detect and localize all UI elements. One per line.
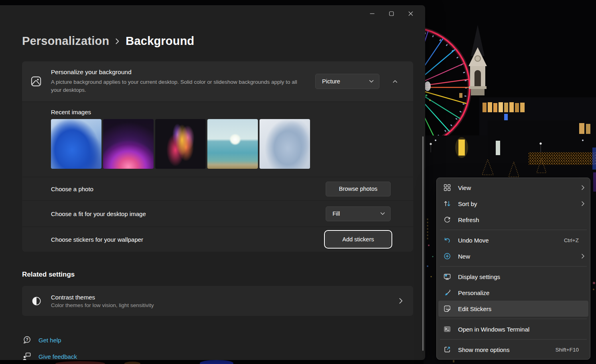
close-icon [408,11,413,16]
vertical-scrollbar[interactable] [422,136,424,351]
choose-photo-row: Choose a photo Browse photos [22,177,413,200]
recent-image-thumbnail-2[interactable] [103,119,154,169]
chevron-right-icon [399,298,403,304]
get-help-link[interactable]: ? Get help [22,335,61,345]
menu-item-sort-by[interactable]: Sort by [438,196,588,212]
choose-photo-label: Choose a photo [51,186,93,192]
fit-dropdown-value: Fill [332,210,340,217]
menu-item-label: Undo Move [458,237,564,244]
sticker-icon [443,305,451,313]
add-stickers-button[interactable]: Add stickers [326,232,391,247]
contrast-themes-subtitle: Color themes for low vision, light sensi… [51,302,399,308]
svg-text:?: ? [26,338,28,342]
string-lights [529,152,596,165]
personalize-background-card: Personalize your background A picture ba… [22,61,413,252]
recent-image-thumbnail-3[interactable] [155,119,206,169]
menu-item-new[interactable]: New [438,248,588,264]
recent-image-thumbnail-5[interactable] [259,119,310,169]
breadcrumb-chevron-icon [115,38,120,45]
contrast-themes-card[interactable]: Contrast themes Color themes for low vis… [22,286,413,316]
menu-item-undo-move[interactable]: Undo Move Ctrl+Z [438,232,588,248]
menu-item-show-more-options[interactable]: Show more options Shift+F10 [438,342,588,358]
maximize-icon [389,11,394,16]
window-controls [363,6,420,21]
menu-item-view[interactable]: View [438,180,588,196]
submenu-chevron-icon [582,254,584,259]
recent-images-section: Recent images [22,101,413,177]
menu-separator [440,319,587,319]
background-type-dropdown[interactable]: Picture [315,74,379,89]
give-feedback-label: Give feedback [39,353,77,360]
menu-item-label: Show more options [458,346,555,353]
browse-photos-button[interactable]: Browse photos [326,182,391,196]
help-bubble-icon: ? [22,335,32,345]
desktop-context-menu: View Sort by Refresh [436,178,590,360]
recent-image-thumbnail-4[interactable] [207,119,258,169]
paintbrush-icon [443,289,451,297]
feedback-icon [22,352,32,361]
menu-item-label: Display settings [458,273,584,280]
menu-item-label: Open in Windows Terminal [458,326,584,333]
background-type-value: Picture [322,78,340,85]
choose-fit-row: Choose a fit for your desktop image Fill [22,200,413,226]
get-help-label: Get help [39,337,61,344]
menu-item-label: Refresh [458,216,584,223]
chevron-down-icon [369,80,374,83]
menu-separator [440,230,587,230]
choose-fit-label: Choose a fit for your desktop image [51,210,146,217]
close-button[interactable] [401,6,420,21]
display-settings-icon [443,273,451,281]
menu-item-shortcut: Shift+F10 [555,347,579,353]
terminal-icon [443,325,451,333]
minimize-icon [370,11,375,16]
undo-icon [443,236,451,244]
choose-stickers-row: Choose stickers for your wallpaper Add s… [22,226,413,252]
menu-item-personalize[interactable]: Personalize [438,285,588,301]
chevron-up-icon [393,80,397,83]
menu-item-edit-stickers[interactable]: Edit Stickers [438,301,588,317]
menu-separator [440,339,587,340]
refresh-icon [443,216,451,224]
choose-stickers-label: Choose stickers for your wallpaper [51,236,143,243]
contrast-icon [31,296,42,306]
submenu-chevron-icon [582,185,584,190]
submenu-chevron-icon [582,201,584,206]
collapse-card-button[interactable] [389,75,401,87]
grid-view-icon [443,184,451,192]
show-more-icon [443,346,451,354]
menu-item-shortcut: Ctrl+Z [564,237,579,243]
menu-item-label: New [458,253,580,260]
breadcrumb-root[interactable]: Personalization [22,34,109,48]
menu-item-label: View [458,184,580,191]
menu-item-label: Personalize [458,289,584,296]
menu-separator [440,266,587,267]
menu-item-label: Edit Stickers [458,305,584,312]
picture-icon [30,75,42,87]
menu-item-refresh[interactable]: Refresh [438,212,588,228]
sort-arrows-icon [443,200,451,208]
menu-item-label: Sort by [458,200,580,207]
menu-item-open-windows-terminal[interactable]: Open in Windows Terminal [438,321,588,337]
chevron-down-icon [380,212,385,215]
fit-dropdown[interactable]: Fill [326,206,391,221]
minimize-button[interactable] [363,6,382,21]
page-title: Background [126,34,194,48]
recent-image-thumbnail-1[interactable] [51,119,101,169]
recent-images-label: Recent images [51,109,413,115]
breadcrumb: Personalization Background [22,34,195,48]
card-description: A picture background applies to your cur… [51,78,306,95]
menu-item-display-settings[interactable]: Display settings [438,269,588,285]
personalize-background-header: Personalize your background A picture ba… [22,61,413,101]
give-feedback-link[interactable]: Give feedback [22,352,77,361]
card-title: Personalize your background [51,69,306,76]
settings-window: Personalization Background Personalize y… [0,5,425,360]
related-settings-heading: Related settings [22,271,75,279]
new-plus-icon [443,252,451,260]
contrast-themes-title: Contrast themes [51,294,399,301]
maximize-button[interactable] [382,6,401,21]
